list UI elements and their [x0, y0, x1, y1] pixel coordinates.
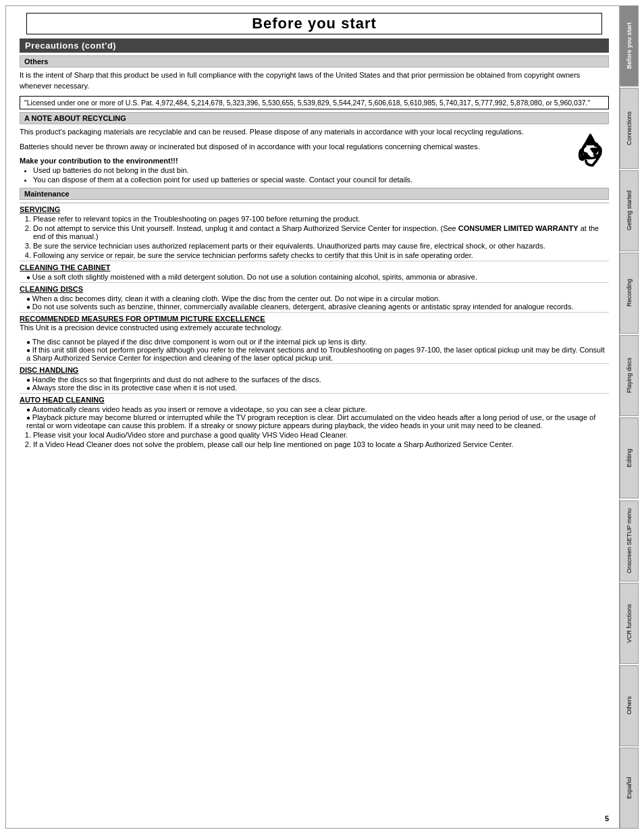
servicing-heading: SERVICING — [20, 205, 609, 213]
cleaning-cabinet-heading: CLEANING THE CABINET — [20, 263, 609, 271]
sidebar-tab-vcr-functions[interactable]: VCR functions — [620, 583, 639, 664]
servicing-item1: Please refer to relevant topics in the T… — [33, 215, 609, 223]
sidebar-tab-connections[interactable]: Connections — [620, 88, 639, 169]
disc-handling-list: Handle the discs so that fingerprints an… — [20, 375, 609, 392]
disc-handling-heading: DISC HANDLING — [20, 366, 609, 374]
servicing-item4: Following any service or repair, be sure… — [33, 251, 609, 259]
recommended-para1: This Unit is a precision device construc… — [20, 323, 609, 334]
servicing-item2: Do not attempt to service this Unit your… — [33, 224, 609, 240]
servicing-item3: Be sure the service technician uses auth… — [33, 242, 609, 250]
auto-head-bullet2: Playback picture may become blurred or i… — [26, 413, 609, 429]
auto-head-heading: AUTO HEAD CLEANING — [20, 396, 609, 404]
auto-head-list: Automatically cleans video heads as you … — [20, 405, 609, 429]
contribution-heading: Make your contribution to the environmen… — [20, 157, 565, 165]
sidebar-tab-others[interactable]: Others — [620, 665, 639, 746]
servicing-list: Please refer to relevant topics in the T… — [20, 215, 609, 259]
hr5 — [20, 393, 609, 394]
recycling-para1: This product's packaging materials are r… — [20, 127, 565, 138]
patent-quote: "Licensed under one or more of U.S. Pat.… — [20, 96, 609, 109]
sidebar-tab-editing[interactable]: Editing — [620, 417, 639, 498]
sidebar-tab-espanol[interactable]: Español — [620, 748, 639, 829]
hr3 — [20, 312, 609, 313]
auto-head-num1: Please visit your local Audio/Video stor… — [33, 431, 609, 439]
recommended-bullet1: The disc cannot be played if the disc dr… — [26, 338, 609, 346]
subsection-others: Others — [20, 55, 609, 68]
sidebar-tab-getting-started[interactable]: Getting started — [620, 170, 639, 251]
disc-handling-bullet2: Always store the disc in its protective … — [26, 384, 609, 392]
recycling-section: This product's packaging materials are r… — [20, 127, 609, 185]
section-header-precautions: Precautions (cont'd) — [20, 38, 609, 53]
contribution-item2: You can dispose of them at a collection … — [33, 176, 565, 184]
auto-head-bullet1: Automatically cleans video heads as you … — [26, 405, 609, 413]
auto-head-numbered: Please visit your local Audio/Video stor… — [20, 431, 609, 448]
disc-handling-bullet1: Handle the discs so that fingerprints an… — [26, 375, 609, 384]
sidebar-tab-playing-discs[interactable]: Playing discs — [620, 335, 639, 416]
main-content: Before you start Precautions (cont'd) Ot… — [5, 5, 620, 829]
page-number: 5 — [605, 814, 609, 823]
recommended-heading: RECOMMENDED MEASURES FOR OPTIMUM PICTURE… — [20, 315, 609, 323]
contribution-list: Used up batteries do not belong in the d… — [20, 166, 565, 184]
cleaning-discs-bullet1: When a disc becomes dirty, clean it with… — [26, 294, 609, 303]
recycling-para2: Batteries should never be thrown away or… — [20, 142, 565, 153]
sidebar-tab-recording[interactable]: Recording — [620, 253, 639, 334]
recommended-list: The disc cannot be played if the disc dr… — [20, 338, 609, 362]
title-border: Before you start — [26, 13, 602, 34]
contribution-item1: Used up batteries do not belong in the d… — [33, 166, 565, 174]
sidebar-tab-before-you-start[interactable]: Before you start — [620, 5, 639, 86]
page-title: Before you start — [47, 15, 581, 32]
sidebar-tab-onscreen-setup[interactable]: Onscreen SETUP menu — [620, 500, 639, 581]
sidebar-tabs: Before you start Connections Getting sta… — [620, 5, 639, 829]
auto-head-num2: If a Video Head Cleaner does not solve t… — [33, 440, 609, 448]
recommended-bullet2: If this unit still does not perform prop… — [26, 346, 609, 362]
page-title-container: Before you start — [20, 13, 609, 34]
cleaning-discs-bullet2: Do not use solvents such as benzine, thi… — [26, 303, 609, 311]
recycling-text: This product's packaging materials are r… — [20, 127, 565, 185]
cleaning-discs-heading: CLEANING DISCS — [20, 285, 609, 293]
hr1 — [20, 261, 609, 261]
recycle-icon — [572, 130, 609, 167]
others-para1: It is the intent of Sharp that this prod… — [20, 70, 609, 92]
subsection-maintenance: Maintenance — [20, 188, 609, 200]
hr2 — [20, 282, 609, 283]
divider1 — [20, 203, 609, 203]
hr4 — [20, 363, 609, 364]
subsection-recycling: A NOTE ABOUT RECYCLING — [20, 112, 609, 124]
cleaning-discs-list: When a disc becomes dirty, clean it with… — [20, 294, 609, 311]
cleaning-cabinet-text: Use a soft cloth slightly moistened with… — [26, 273, 609, 281]
cleaning-cabinet-list: Use a soft cloth slightly moistened with… — [20, 273, 609, 281]
